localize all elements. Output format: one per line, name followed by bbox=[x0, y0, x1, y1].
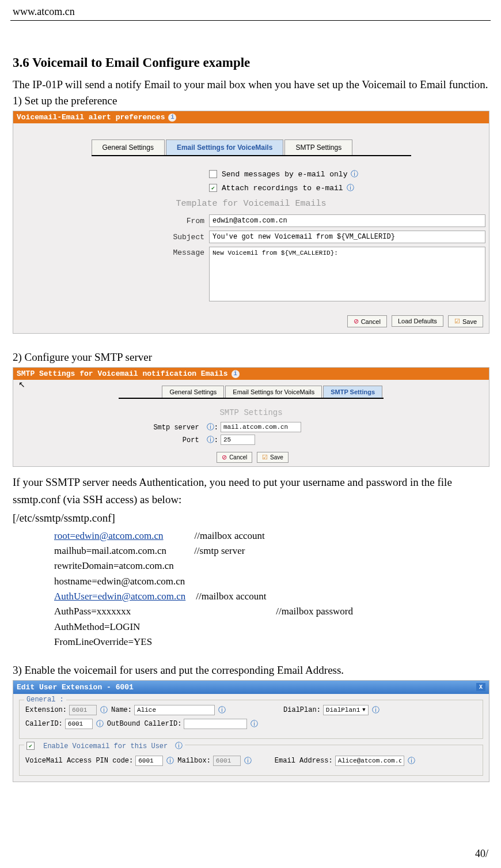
subject-label: Subject bbox=[13, 233, 209, 241]
smtp-server-input[interactable] bbox=[221, 422, 301, 432]
email-address-input[interactable] bbox=[335, 756, 404, 766]
info-icon[interactable]: ⓘ bbox=[207, 435, 214, 444]
info-icon[interactable]: ⓘ bbox=[347, 183, 354, 193]
save-icon: ☑ bbox=[454, 318, 460, 325]
tab-smtp-settings[interactable]: SMTP Settings bbox=[284, 139, 352, 155]
smtp-server-label: Smtp server bbox=[153, 424, 199, 432]
info-icon[interactable]: ⓘ bbox=[207, 422, 214, 431]
intro-text: The IP-01P will send a notify Email to y… bbox=[13, 76, 488, 93]
cancel-button[interactable]: ⊘Cancel bbox=[347, 315, 387, 327]
conf-mailhub: mailhub=mail.atcom.com.cn bbox=[54, 545, 166, 556]
send-email-only-label: Send messages by e-mail only bbox=[222, 170, 347, 179]
save-button[interactable]: ☑Save bbox=[448, 315, 483, 327]
from-input[interactable] bbox=[209, 214, 485, 227]
conf-rewrite: rewriteDomain=atcom.com.cn bbox=[13, 558, 488, 573]
load-defaults-button[interactable]: Load Defaults bbox=[392, 315, 443, 327]
callerid-input[interactable] bbox=[65, 719, 93, 729]
tab-general-settings[interactable]: General Settings bbox=[162, 386, 224, 398]
email-address-label: Email Address: bbox=[275, 757, 333, 765]
callerid-label: CallerID: bbox=[25, 720, 63, 728]
subject-input[interactable] bbox=[209, 231, 485, 243]
pin-label: VoiceMail Access PIN code: bbox=[25, 757, 133, 765]
info-icon[interactable]: ⓘ bbox=[96, 719, 104, 729]
tab-email-settings[interactable]: Email Settings for VoiceMails bbox=[225, 386, 322, 398]
enable-voicemail-label: Enable Voicemail for this User bbox=[43, 742, 168, 750]
mailbox-label: Mailbox: bbox=[177, 757, 211, 765]
header-divider bbox=[10, 20, 491, 21]
tab-smtp-settings[interactable]: SMTP Settings bbox=[323, 386, 382, 398]
panel2-titlebar: SMTP Settings for Voicemail notification… bbox=[13, 368, 489, 380]
name-input[interactable] bbox=[134, 705, 215, 715]
extension-input bbox=[69, 705, 97, 715]
conf-authpass: AuthPass=xxxxxxx bbox=[54, 606, 131, 617]
page-number: 40/ bbox=[475, 848, 488, 860]
panel3-titlebar: Edit User Extension - 6001 X bbox=[13, 681, 489, 694]
attach-recordings-checkbox[interactable]: ✔ bbox=[209, 184, 217, 192]
save-icon: ☑ bbox=[262, 454, 268, 461]
extension-label: Extension: bbox=[25, 706, 67, 714]
dialplan-select[interactable]: DialPlan1▼ bbox=[323, 705, 369, 715]
info-icon: i bbox=[231, 370, 240, 378]
info-icon[interactable]: ⓘ bbox=[351, 169, 358, 179]
cancel-icon: ⊘ bbox=[222, 454, 227, 461]
template-title: Template for Voicemail Emails bbox=[13, 199, 489, 209]
auth-text: If your SSMTP server needs Authenticatio… bbox=[13, 474, 488, 508]
tab-general-settings[interactable]: General Settings bbox=[92, 139, 165, 155]
port-label: Port bbox=[183, 436, 199, 444]
info-icon[interactable]: ⓘ bbox=[100, 705, 108, 715]
header-url: www.atcom.cn bbox=[0, 0, 501, 20]
cursor-icon: ↖ bbox=[18, 380, 25, 390]
close-icon[interactable]: X bbox=[476, 683, 485, 691]
port-input[interactable] bbox=[221, 435, 255, 445]
edit-user-extension-panel: Edit User Extension - 6001 X General : E… bbox=[13, 680, 489, 782]
outbound-callerid-input[interactable] bbox=[184, 719, 247, 729]
info-icon[interactable]: ⓘ bbox=[372, 705, 379, 715]
cancel-icon: ⊘ bbox=[354, 318, 359, 325]
info-icon[interactable]: ⓘ bbox=[244, 756, 252, 766]
conf-path: [/etc/ssmtp/ssmtp.conf] bbox=[13, 510, 488, 526]
dialplan-label: DialPlan: bbox=[283, 706, 321, 714]
conf-comment: //mailbox password bbox=[276, 604, 353, 619]
attach-recordings-label: Attach recordings to e-mail bbox=[222, 184, 343, 193]
mailbox-input bbox=[213, 756, 241, 766]
info-icon[interactable]: ⓘ bbox=[166, 756, 174, 766]
smtp-subtitle: SMTP Settings bbox=[13, 408, 489, 417]
info-icon[interactable]: ⓘ bbox=[251, 719, 258, 729]
enable-voicemail-checkbox[interactable]: ✔ bbox=[26, 742, 35, 750]
panel1-titlebar: Voicemail-Email alert preferences i bbox=[13, 111, 489, 123]
info-icon: i bbox=[168, 114, 176, 122]
step-3: 3) Enable the voicemail for users and pu… bbox=[13, 664, 488, 677]
conf-comment: //smtp server bbox=[194, 544, 245, 558]
general-legend: General : bbox=[24, 696, 66, 704]
conf-comment: //mailbox account bbox=[195, 529, 265, 544]
chevron-down-icon: ▼ bbox=[362, 707, 365, 713]
info-icon[interactable]: ⓘ bbox=[408, 756, 415, 766]
pin-input[interactable] bbox=[135, 756, 163, 766]
step-2: 2) Configure your SMTP server bbox=[13, 351, 488, 364]
smtp-settings-panel: SMTP Settings for Voicemail notification… bbox=[13, 367, 489, 467]
step-1: 1) Set up the preference bbox=[13, 95, 488, 107]
save-button[interactable]: ☑Save bbox=[257, 452, 289, 463]
conf-authuser[interactable]: AuthUser=edwin@atcom.com.cn bbox=[54, 591, 185, 602]
conf-hostname: hostname=edwin@atcom.com.cn bbox=[13, 574, 488, 589]
conf-authmethod: AuthMethod=LOGIN bbox=[13, 620, 488, 635]
cancel-button[interactable]: ⊘Cancel bbox=[217, 452, 252, 463]
section-title: 3.6 Voicemail to Email Configure example bbox=[13, 55, 488, 70]
conf-fromline: FromLineOverride=YES bbox=[13, 635, 488, 650]
outbound-callerid-label: OutBound CallerID: bbox=[107, 720, 182, 728]
message-label: Message bbox=[13, 247, 209, 257]
info-icon[interactable]: ⓘ bbox=[218, 705, 226, 715]
voicemail-fieldset: ✔ Enable Voicemail for this User ⓘ Voice… bbox=[19, 745, 483, 776]
conf-root[interactable]: root=edwin@atcom.com.cn bbox=[54, 530, 164, 541]
info-icon[interactable]: ⓘ bbox=[175, 741, 183, 750]
conf-comment: //mailbox account bbox=[196, 589, 266, 604]
message-textarea[interactable]: New Voicemil from ${VM_CALLERID}: bbox=[209, 247, 485, 301]
voicemail-email-panel: Voicemail-Email alert preferences i Gene… bbox=[13, 111, 489, 334]
tab-email-settings[interactable]: Email Settings for VoiceMails bbox=[166, 139, 284, 155]
from-label: From bbox=[13, 217, 209, 225]
general-fieldset: General : Extension: ⓘ Name: ⓘ DialPlan:… bbox=[19, 700, 483, 739]
name-label: Name: bbox=[111, 706, 132, 714]
send-email-only-checkbox[interactable] bbox=[209, 170, 217, 178]
